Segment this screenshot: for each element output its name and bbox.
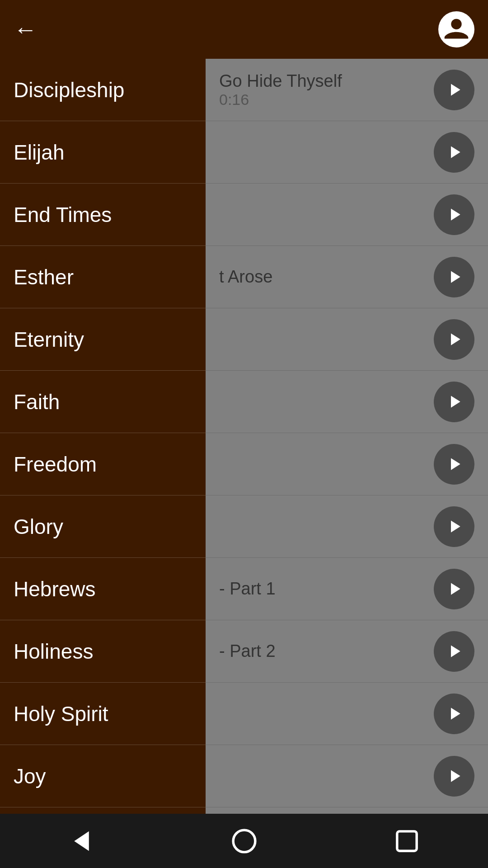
book-list: DiscipleshipElijahEnd TimesEstherEternit… (0, 59, 206, 814)
track-duration: 0:16 (219, 91, 434, 108)
play-button[interactable] (434, 257, 474, 297)
track-item (206, 121, 488, 184)
svg-marker-13 (74, 831, 89, 850)
track-list: Go Hide Thyself0:16t Arose- Part 1- Part… (206, 59, 488, 814)
track-item (206, 495, 488, 558)
navigation-bar (0, 814, 488, 868)
book-item-label: Discipleship (14, 78, 124, 102)
play-icon (444, 516, 465, 537)
play-icon (444, 454, 465, 474)
book-item-label: Hebrews (14, 577, 96, 601)
play-button[interactable] (434, 506, 474, 547)
book-item-label: Elijah (14, 140, 65, 165)
book-item-eternity[interactable]: Eternity (0, 308, 206, 371)
play-button[interactable] (434, 569, 474, 609)
track-item (206, 184, 488, 246)
svg-rect-15 (397, 831, 416, 850)
recent-square-icon (392, 826, 422, 856)
track-item: Go Hide Thyself0:16 (206, 59, 488, 121)
book-item-label: Freedom (14, 452, 97, 476)
svg-marker-3 (451, 208, 460, 220)
track-item (206, 433, 488, 495)
play-icon (444, 579, 465, 599)
play-icon (444, 267, 465, 287)
track-item: - Part 1 (206, 558, 488, 620)
back-button[interactable]: ← (14, 18, 37, 41)
nav-home-button[interactable] (221, 818, 267, 863)
track-title: Go Hide Thyself (219, 71, 434, 91)
play-button[interactable] (434, 319, 474, 360)
book-item-glory[interactable]: Glory (0, 495, 206, 558)
book-item-joy[interactable]: Joy (0, 745, 206, 807)
play-button[interactable] (434, 132, 474, 173)
track-title: - Part 2 (219, 642, 434, 661)
profile-button[interactable] (438, 11, 474, 47)
book-item-hebrews[interactable]: Hebrews (0, 558, 206, 620)
play-icon (444, 142, 465, 162)
play-icon (444, 329, 465, 349)
track-item: - Part 2 (206, 620, 488, 683)
svg-marker-7 (451, 458, 460, 470)
book-item-discipleship[interactable]: Discipleship (0, 59, 206, 121)
play-button[interactable] (434, 382, 474, 422)
play-button[interactable] (434, 693, 474, 734)
account-circle-icon (441, 14, 472, 45)
book-item-end-times[interactable]: End Times (0, 184, 206, 246)
svg-marker-2 (451, 146, 460, 158)
play-button[interactable] (434, 631, 474, 672)
app-header: ← (0, 0, 488, 59)
book-item-label: Eternity (14, 327, 84, 352)
back-triangle-icon (67, 826, 96, 856)
book-item-label: Holy Spirit (14, 702, 108, 726)
svg-marker-1 (451, 84, 460, 95)
track-info: - Part 2 (219, 642, 434, 661)
svg-marker-9 (451, 583, 460, 594)
svg-marker-6 (451, 396, 460, 407)
book-item-label: Holiness (14, 639, 93, 664)
book-item-esther[interactable]: Esther (0, 246, 206, 308)
play-button[interactable] (434, 194, 474, 235)
svg-marker-10 (451, 645, 460, 657)
nav-back-button[interactable] (59, 818, 104, 863)
svg-marker-8 (451, 520, 460, 532)
nav-recent-button[interactable] (384, 818, 429, 863)
svg-marker-4 (451, 271, 460, 283)
track-info: - Part 1 (219, 579, 434, 599)
home-circle-icon (230, 826, 259, 856)
play-icon (444, 204, 465, 225)
book-item-label: Glory (14, 514, 63, 539)
track-info: Go Hide Thyself0:16 (219, 71, 434, 108)
track-item (206, 683, 488, 745)
play-button[interactable] (434, 756, 474, 797)
track-info: t Arose (219, 267, 434, 287)
play-icon (444, 766, 465, 786)
play-icon (444, 641, 465, 661)
svg-marker-11 (451, 708, 460, 719)
book-item-label: Faith (14, 390, 60, 414)
play-icon (444, 80, 465, 100)
svg-point-0 (451, 19, 461, 29)
svg-marker-5 (451, 333, 460, 345)
book-item-label: Joy (14, 764, 46, 788)
track-title: t Arose (219, 267, 434, 287)
play-button[interactable] (434, 444, 474, 485)
track-item (206, 308, 488, 371)
book-item-elijah[interactable]: Elijah (0, 121, 206, 184)
book-item-holy-spirit[interactable]: Holy Spirit (0, 683, 206, 745)
track-title: - Part 1 (219, 579, 434, 599)
track-item: t Arose (206, 246, 488, 308)
book-item-holiness[interactable]: Holiness (0, 620, 206, 683)
book-item-freedom[interactable]: Freedom (0, 433, 206, 495)
play-icon (444, 703, 465, 724)
play-button[interactable] (434, 70, 474, 110)
book-item-label: End Times (14, 203, 112, 227)
svg-point-14 (233, 830, 255, 852)
svg-marker-12 (451, 770, 460, 782)
track-item (206, 371, 488, 433)
book-item-faith[interactable]: Faith (0, 371, 206, 433)
track-item (206, 745, 488, 807)
book-item-label: Esther (14, 265, 74, 289)
main-content: DiscipleshipElijahEnd TimesEstherEternit… (0, 59, 488, 814)
play-icon (444, 392, 465, 412)
